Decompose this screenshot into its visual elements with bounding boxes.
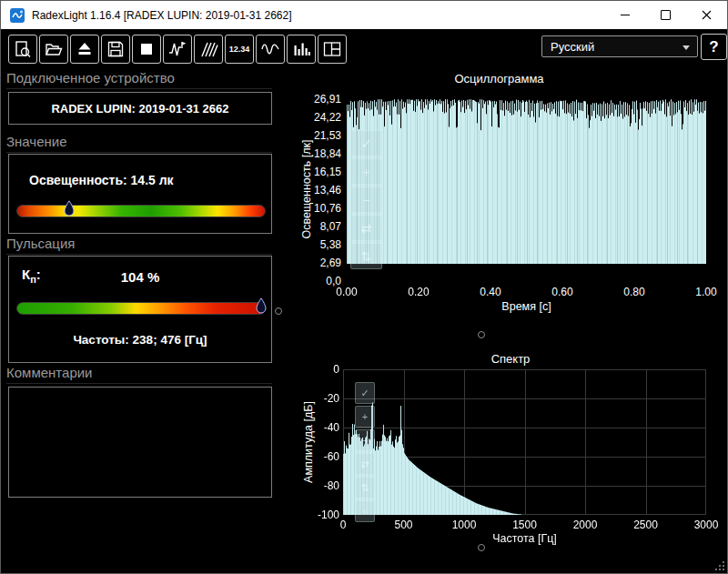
value-panel-header: Значение: [6, 134, 272, 153]
axis-tick-label: 0: [340, 519, 347, 531]
axis-tick-label: -100: [318, 509, 339, 521]
resize-grip[interactable]: [715, 561, 724, 570]
spectrum-xlabel: Частота [Гц]: [343, 532, 706, 545]
stop-measurement-button[interactable]: [132, 35, 161, 64]
axis-tick-label: 16,15: [314, 166, 341, 178]
chart-tool-button[interactable]: −: [350, 186, 382, 213]
comb-lines-icon: [198, 39, 218, 59]
axis-tick-label: 26,91: [314, 93, 341, 106]
axis-tick-label: -80: [324, 479, 339, 492]
spectrum-title: Спектр: [347, 352, 674, 366]
chart-tool-button[interactable]: ⇄: [350, 215, 382, 241]
spectrum-view-button[interactable]: [287, 35, 316, 64]
pulsation-scale-bar[interactable]: [16, 302, 266, 315]
splitter-handle[interactable]: [275, 307, 282, 315]
oscillogram-xlabel: Время [с]: [347, 300, 706, 313]
pulsation-box: Кп: 104 % Частоты: 238; 476 [Гц]: [8, 256, 272, 363]
digits-icon: 12.34: [229, 45, 250, 54]
axis-tick-label: 1500: [512, 519, 537, 531]
kp-value: 104 %: [9, 269, 271, 285]
axis-tick-label: -20: [324, 392, 339, 405]
numeric-display-button[interactable]: 12.34: [225, 35, 254, 64]
axis-tick-label: 2500: [633, 519, 658, 531]
spectrum-plot[interactable]: [343, 369, 706, 515]
pulsation-marker[interactable]: [256, 297, 267, 315]
axis-tick-label: 3000: [694, 519, 719, 531]
axis-tick-label: 10,76: [314, 202, 341, 215]
preview-report-button[interactable]: [8, 35, 37, 64]
axis-tick-label: 18,84: [314, 147, 341, 160]
panel-layout-button[interactable]: [318, 35, 347, 64]
spectrum-ghost-toolbar: ✓+−⇄⇅▫: [355, 382, 375, 522]
main-toolbar: 12.34 Русский ?: [1, 29, 727, 63]
eject-icon: [75, 39, 95, 59]
bars-icon: [291, 39, 311, 59]
pulsation-panel-header: Пульсация: [6, 236, 272, 255]
sine-wave-icon: [260, 39, 280, 59]
splitter-handle[interactable]: [478, 331, 485, 338]
minimize-icon: [621, 15, 630, 15]
axis-tick-label: 0: [333, 363, 339, 376]
axis-tick-label: 21,53: [314, 129, 341, 142]
help-button[interactable]: ?: [701, 34, 727, 60]
chart-tool-button[interactable]: ✓: [350, 130, 382, 156]
close-icon: [702, 10, 712, 20]
measure-cursor-button[interactable]: [163, 35, 192, 64]
axis-tick-label: 5,38: [320, 238, 341, 251]
axis-tick-label: -60: [324, 450, 339, 463]
smoothing-button[interactable]: [194, 35, 223, 64]
illuminance-marker[interactable]: [64, 200, 75, 217]
chart-tool-button[interactable]: −: [355, 429, 375, 451]
oscillogram-ghost-toolbar: ✓+−⇄⇅: [350, 130, 382, 269]
value-box: Освещенность: 14.5 лк: [8, 154, 272, 234]
axis-tick-label: 8,07: [320, 220, 341, 233]
axis-tick-label: 24,22: [314, 111, 341, 124]
chart-tool-button[interactable]: ⇅: [350, 243, 382, 269]
maximize-button[interactable]: [645, 1, 686, 29]
chevron-down-icon: [682, 45, 690, 50]
axis-tick-label: 1000: [452, 519, 477, 531]
language-value: Русский: [551, 40, 594, 54]
oscillogram-xticks: 0.000.200.400.600.801.00: [347, 286, 706, 298]
axis-tick-label: 0.80: [623, 286, 644, 298]
window-title: RadexLight 1.16.4 [RADEX LUPIN: 2019-01-…: [32, 9, 292, 22]
axis-tick-label: 2000: [573, 519, 598, 531]
open-file-button[interactable]: [39, 35, 68, 64]
open-folder-icon: [44, 39, 64, 59]
axis-tick-label: 0.60: [551, 286, 572, 298]
device-name: RADEX LUPIN: 2019-01-31 2662: [51, 102, 228, 116]
axis-tick-label: 0.40: [480, 286, 500, 298]
eject-device-button[interactable]: [70, 35, 99, 64]
maximize-icon: [661, 10, 671, 20]
comments-input[interactable]: [8, 387, 272, 498]
axis-tick-label: 1.00: [695, 286, 716, 298]
axis-tick-label: -40: [324, 421, 339, 434]
chart-tool-button[interactable]: ✓: [355, 382, 375, 404]
title-bar: RadexLight 1.16.4 [RADEX LUPIN: 2019-01-…: [1, 1, 727, 29]
device-box: RADEX LUPIN: 2019-01-31 2662: [8, 92, 272, 125]
chart-tool-button[interactable]: +: [350, 158, 382, 185]
chart-tool-button[interactable]: ⇄: [355, 453, 375, 475]
language-select[interactable]: Русский: [541, 35, 698, 57]
floppy-disk-icon: [106, 39, 126, 59]
minimize-button[interactable]: [604, 1, 645, 29]
oscillogram-plot[interactable]: [347, 99, 706, 281]
help-label: ?: [709, 38, 718, 56]
layout-icon: [322, 39, 342, 59]
chart-tool-button[interactable]: ⇅: [355, 477, 375, 498]
illuminance-reading: Освещенность: 14.5 лк: [29, 173, 174, 187]
oscillogram-view-button[interactable]: [256, 35, 285, 64]
axis-tick-label: 2,69: [320, 257, 341, 269]
illuminance-scale-bar[interactable]: [16, 205, 266, 217]
oscillogram-title: Осциллограмма: [347, 72, 652, 86]
chart-tool-button[interactable]: +: [355, 406, 375, 428]
stop-square-icon: [136, 39, 157, 59]
comments-panel-header: Комментарии: [6, 365, 272, 384]
save-file-button[interactable]: [101, 35, 130, 64]
axis-tick-label: 0.00: [336, 286, 357, 298]
splitter-handle[interactable]: [478, 544, 485, 551]
droplet-icon: [256, 297, 267, 315]
close-button[interactable]: [686, 1, 727, 29]
droplet-icon: [64, 200, 75, 217]
oscillogram-yticks: 26,9124,2221,5318,8416,1513,4610,768,075…: [301, 99, 341, 281]
